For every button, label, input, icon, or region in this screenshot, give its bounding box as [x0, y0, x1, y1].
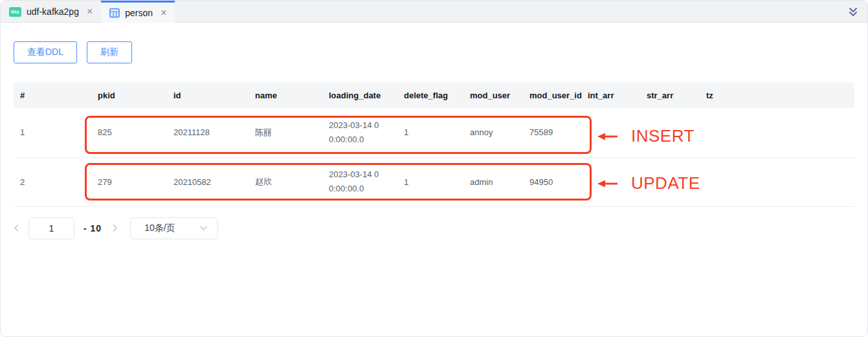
page-size-select[interactable]: 10条/页: [130, 217, 218, 239]
cell-pkid: 279: [87, 157, 163, 206]
table-viewer-panel: Rts udf-kafka2pg × person ×: [0, 0, 868, 337]
cell-mod-user-id: 75589: [519, 108, 577, 157]
column-header-str-arr: str_arr: [636, 82, 696, 108]
column-header-index: #: [14, 82, 87, 108]
page-size-value: 10条/页: [144, 223, 175, 234]
cell-index: 2: [14, 157, 87, 206]
cell-index: 1: [14, 108, 87, 157]
cell-mod-user: annoy: [460, 108, 519, 157]
data-table: # pkid id name loading_date delete_flag …: [14, 82, 854, 207]
cell-pkid: 825: [87, 108, 163, 157]
column-header-tz: tz: [696, 82, 854, 108]
collapse-tabs-button[interactable]: [847, 1, 859, 23]
tab-person[interactable]: person ×: [101, 1, 175, 23]
rts-file-icon: Rts: [9, 7, 21, 17]
table-icon: [109, 8, 120, 18]
toolbar: 查看DDL 刷新: [14, 41, 854, 63]
cell-str-arr: [636, 108, 696, 157]
page-input[interactable]: [28, 217, 74, 239]
cell-int-arr: [577, 108, 636, 157]
column-header-id: id: [163, 82, 245, 108]
tab-label: udf-kafka2pg: [27, 6, 79, 17]
double-chevron-down-icon: [847, 6, 859, 17]
cell-name: 陈丽: [245, 108, 318, 157]
column-header-delete-flag: delete_flag: [394, 82, 460, 108]
header-row: # pkid id name loading_date delete_flag …: [14, 82, 854, 108]
view-ddl-button[interactable]: 查看DDL: [14, 41, 77, 63]
cell-str-arr: [636, 157, 696, 206]
prev-page-button[interactable]: [14, 224, 23, 232]
chevron-right-icon: [112, 224, 118, 232]
column-header-name: name: [245, 82, 318, 108]
column-header-pkid: pkid: [87, 82, 163, 108]
tab-udf-kafka2pg[interactable]: Rts udf-kafka2pg ×: [1, 1, 101, 23]
table-row: 1 825 20211128 陈丽 2023-03-14 00:00:00.0 …: [14, 108, 854, 157]
column-header-mod-user: mod_user: [460, 82, 519, 108]
chevron-left-icon: [14, 224, 19, 232]
total-count-label: - 10: [83, 223, 102, 234]
cell-loading-date: 2023-03-14 00:00:00.0: [318, 157, 394, 206]
tab-content: 查看DDL 刷新 # pkid id name loadi: [1, 41, 867, 239]
table-row: 2 279 20210582 赵欣 2023-03-14 00:00:00.0 …: [14, 157, 854, 206]
cell-mod-user: admin: [460, 157, 519, 206]
cell-tz: [696, 108, 854, 157]
cell-loading-date: 2023-03-14 00:00:00.0: [318, 108, 394, 157]
cell-id: 20210582: [163, 157, 245, 206]
column-header-loading-date: loading_date: [318, 82, 394, 108]
loading-date-value: 2023-03-14 00:00:00.0: [329, 118, 381, 147]
cell-tz: [696, 157, 854, 206]
pagination: - 10 10条/页: [14, 217, 854, 239]
cell-mod-user-id: 94950: [519, 157, 577, 206]
close-icon[interactable]: ×: [87, 6, 93, 17]
refresh-button[interactable]: 刷新: [87, 41, 132, 63]
cell-id: 20211128: [163, 108, 245, 157]
cell-int-arr: [577, 157, 636, 206]
cell-name: 赵欣: [245, 157, 318, 206]
column-header-int-arr: int_arr: [577, 82, 636, 108]
result-table-wrap: # pkid id name loading_date delete_flag …: [14, 82, 854, 207]
cell-delete-flag: 1: [394, 108, 460, 157]
tab-bar: Rts udf-kafka2pg × person ×: [1, 1, 867, 23]
cell-delete-flag: 1: [394, 157, 460, 206]
chevron-down-icon: [199, 225, 208, 231]
close-icon[interactable]: ×: [161, 8, 166, 18]
next-page-button[interactable]: [108, 224, 122, 232]
loading-date-value: 2023-03-14 00:00:00.0: [329, 168, 381, 196]
column-header-mod-user-id: mod_user_id: [519, 82, 577, 108]
tab-label: person: [125, 8, 153, 18]
